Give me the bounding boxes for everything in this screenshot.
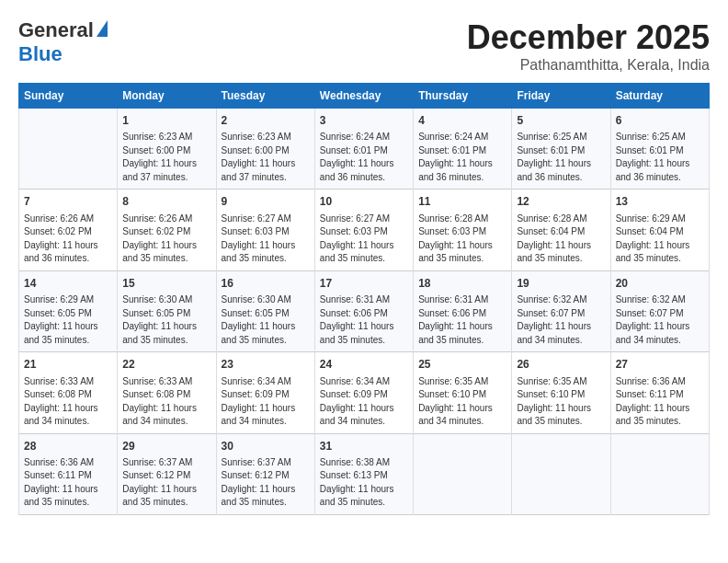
calendar-cell [512,433,610,514]
day-info: Sunrise: 6:30 AM Sunset: 6:05 PM Dayligh… [222,293,310,347]
logo-triangle-icon [97,20,108,37]
day-number: 24 [320,357,408,373]
day-number: 14 [24,276,112,292]
calendar-cell: 16Sunrise: 6:30 AM Sunset: 6:05 PM Dayli… [216,270,314,351]
calendar-week-row: 28Sunrise: 6:36 AM Sunset: 6:11 PM Dayli… [19,433,710,514]
day-number: 3 [320,113,408,129]
day-info: Sunrise: 6:34 AM Sunset: 6:09 PM Dayligh… [222,375,310,429]
day-info: Sunrise: 6:31 AM Sunset: 6:06 PM Dayligh… [418,293,506,347]
day-info: Sunrise: 6:26 AM Sunset: 6:02 PM Dayligh… [122,213,210,266]
calendar-cell [414,433,512,514]
day-info: Sunrise: 6:36 AM Sunset: 6:11 PM Dayligh… [24,456,112,510]
logo: General Blue [18,18,108,66]
day-info: Sunrise: 6:29 AM Sunset: 6:04 PM Dayligh… [616,213,704,266]
calendar-cell: 31Sunrise: 6:38 AM Sunset: 6:13 PM Dayli… [314,433,413,514]
day-number: 19 [517,276,605,292]
page-header: General Blue December 2025 Pathanamthitt… [18,18,710,74]
column-header-tuesday: Tuesday [216,84,314,109]
day-number: 23 [222,357,310,373]
day-number: 28 [24,439,112,454]
day-number: 21 [24,357,112,373]
location-text: Pathanamthitta, Kerala, India [467,57,710,74]
day-number: 31 [320,439,408,454]
day-number: 15 [122,276,210,292]
calendar-week-row: 1Sunrise: 6:23 AM Sunset: 6:00 PM Daylig… [19,109,710,190]
day-number: 10 [320,194,408,210]
calendar-cell: 23Sunrise: 6:34 AM Sunset: 6:09 PM Dayli… [216,352,314,433]
logo-blue-text: Blue [18,42,63,66]
calendar-cell: 3Sunrise: 6:24 AM Sunset: 6:01 PM Daylig… [314,109,413,190]
column-header-friday: Friday [512,84,610,109]
day-number: 4 [418,113,506,129]
calendar-cell: 11Sunrise: 6:28 AM Sunset: 6:03 PM Dayli… [414,190,512,270]
calendar-cell: 20Sunrise: 6:32 AM Sunset: 6:07 PM Dayli… [610,270,709,351]
day-number: 30 [222,439,310,454]
day-number: 2 [222,113,310,129]
day-info: Sunrise: 6:28 AM Sunset: 6:03 PM Dayligh… [418,213,506,266]
column-header-saturday: Saturday [610,84,709,109]
day-info: Sunrise: 6:28 AM Sunset: 6:04 PM Dayligh… [517,213,605,266]
calendar-week-row: 7Sunrise: 6:26 AM Sunset: 6:02 PM Daylig… [19,190,710,270]
day-number: 7 [24,194,112,210]
calendar-table: SundayMondayTuesdayWednesdayThursdayFrid… [18,83,710,515]
calendar-cell: 19Sunrise: 6:32 AM Sunset: 6:07 PM Dayli… [512,270,610,351]
day-number: 17 [320,276,408,292]
day-number: 9 [222,194,310,210]
day-info: Sunrise: 6:32 AM Sunset: 6:07 PM Dayligh… [517,293,605,347]
day-info: Sunrise: 6:27 AM Sunset: 6:03 PM Dayligh… [320,213,408,266]
calendar-cell: 29Sunrise: 6:37 AM Sunset: 6:12 PM Dayli… [118,433,216,514]
day-info: Sunrise: 6:35 AM Sunset: 6:10 PM Dayligh… [517,375,605,429]
day-info: Sunrise: 6:25 AM Sunset: 6:01 PM Dayligh… [616,131,704,184]
calendar-cell: 26Sunrise: 6:35 AM Sunset: 6:10 PM Dayli… [512,352,610,433]
day-number: 29 [122,439,210,454]
day-info: Sunrise: 6:27 AM Sunset: 6:03 PM Dayligh… [222,213,310,266]
calendar-cell: 18Sunrise: 6:31 AM Sunset: 6:06 PM Dayli… [414,270,512,351]
calendar-cell: 17Sunrise: 6:31 AM Sunset: 6:06 PM Dayli… [314,270,413,351]
day-number: 5 [517,113,605,129]
day-info: Sunrise: 6:24 AM Sunset: 6:01 PM Dayligh… [320,131,408,184]
day-info: Sunrise: 6:38 AM Sunset: 6:13 PM Dayligh… [320,456,408,510]
calendar-cell: 28Sunrise: 6:36 AM Sunset: 6:11 PM Dayli… [19,433,118,514]
day-info: Sunrise: 6:23 AM Sunset: 6:00 PM Dayligh… [122,131,210,184]
column-header-thursday: Thursday [414,84,512,109]
calendar-cell: 1Sunrise: 6:23 AM Sunset: 6:00 PM Daylig… [118,109,216,190]
calendar-cell: 14Sunrise: 6:29 AM Sunset: 6:05 PM Dayli… [19,270,118,351]
day-info: Sunrise: 6:37 AM Sunset: 6:12 PM Dayligh… [122,456,210,510]
calendar-cell: 2Sunrise: 6:23 AM Sunset: 6:00 PM Daylig… [216,109,314,190]
column-header-monday: Monday [118,84,216,109]
day-number: 27 [616,357,704,373]
day-number: 1 [122,113,210,129]
calendar-cell: 27Sunrise: 6:36 AM Sunset: 6:11 PM Dayli… [610,352,709,433]
day-info: Sunrise: 6:36 AM Sunset: 6:11 PM Dayligh… [616,375,704,429]
calendar-header-row: SundayMondayTuesdayWednesdayThursdayFrid… [19,84,710,109]
day-info: Sunrise: 6:29 AM Sunset: 6:05 PM Dayligh… [24,293,112,347]
title-block: December 2025 Pathanamthitta, Kerala, In… [467,18,710,74]
day-info: Sunrise: 6:33 AM Sunset: 6:08 PM Dayligh… [24,375,112,429]
day-number: 16 [222,276,310,292]
calendar-cell: 10Sunrise: 6:27 AM Sunset: 6:03 PM Dayli… [314,190,413,270]
calendar-cell: 8Sunrise: 6:26 AM Sunset: 6:02 PM Daylig… [118,190,216,270]
day-info: Sunrise: 6:33 AM Sunset: 6:08 PM Dayligh… [122,375,210,429]
month-title: December 2025 [467,18,710,57]
calendar-cell: 25Sunrise: 6:35 AM Sunset: 6:10 PM Dayli… [414,352,512,433]
day-number: 26 [517,357,605,373]
day-number: 11 [418,194,506,210]
day-number: 6 [616,113,704,129]
day-info: Sunrise: 6:32 AM Sunset: 6:07 PM Dayligh… [616,293,704,347]
calendar-cell: 4Sunrise: 6:24 AM Sunset: 6:01 PM Daylig… [414,109,512,190]
day-number: 22 [122,357,210,373]
calendar-cell: 24Sunrise: 6:34 AM Sunset: 6:09 PM Dayli… [314,352,413,433]
day-number: 25 [418,357,506,373]
column-header-wednesday: Wednesday [314,84,413,109]
day-info: Sunrise: 6:23 AM Sunset: 6:00 PM Dayligh… [222,131,310,184]
day-info: Sunrise: 6:25 AM Sunset: 6:01 PM Dayligh… [517,131,605,184]
calendar-cell: 7Sunrise: 6:26 AM Sunset: 6:02 PM Daylig… [19,190,118,270]
day-info: Sunrise: 6:31 AM Sunset: 6:06 PM Dayligh… [320,293,408,347]
calendar-cell: 30Sunrise: 6:37 AM Sunset: 6:12 PM Dayli… [216,433,314,514]
day-number: 13 [616,194,704,210]
calendar-cell: 21Sunrise: 6:33 AM Sunset: 6:08 PM Dayli… [19,352,118,433]
day-number: 20 [616,276,704,292]
day-info: Sunrise: 6:24 AM Sunset: 6:01 PM Dayligh… [418,131,506,184]
day-number: 18 [418,276,506,292]
day-number: 8 [122,194,210,210]
